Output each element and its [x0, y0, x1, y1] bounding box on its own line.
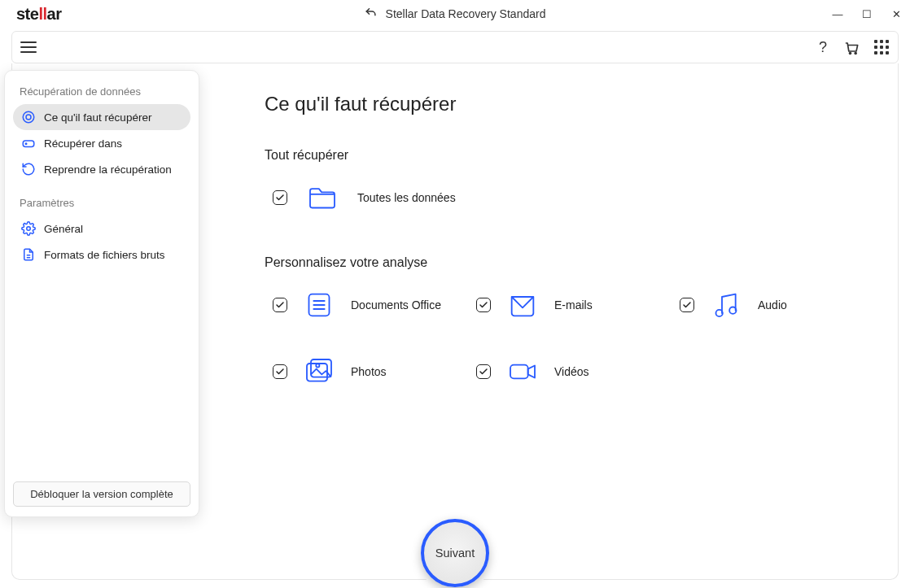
option-label: Audio — [758, 298, 787, 311]
music-icon — [709, 288, 743, 322]
sidebar-item-label: Récupérer dans — [44, 137, 122, 150]
checkbox-videos[interactable] — [476, 364, 491, 379]
sidebar-item-label: Ce qu'il faut récupérer — [44, 111, 151, 124]
window-title: Stellar Data Recovery Standard — [386, 7, 546, 20]
svg-rect-18 — [510, 365, 528, 379]
sidebar-item-raw-formats[interactable]: Formats de fichiers bruts — [13, 242, 190, 268]
folder-icon — [305, 181, 339, 215]
app-logo: stellar — [16, 5, 61, 24]
sidebar-item-label: Formats de fichiers bruts — [44, 249, 165, 261]
sidebar-section-settings: Paramètres — [13, 194, 190, 216]
sidebar-item-resume-recovery[interactable]: Reprendre la récupération — [13, 156, 190, 182]
option-all-data-label: Toutes les données — [357, 191, 456, 204]
checkbox-photos[interactable] — [273, 364, 287, 379]
svg-point-6 — [27, 227, 31, 231]
file-icon — [21, 247, 36, 262]
svg-point-3 — [26, 115, 31, 120]
sidebar-item-label: Général — [44, 223, 83, 235]
option-videos: Vidéos — [476, 355, 680, 389]
sidebar-item-recover-from[interactable]: Récupérer dans — [13, 130, 190, 156]
video-icon — [505, 355, 540, 389]
apps-icon[interactable] — [873, 39, 890, 55]
close-button[interactable]: ✕ — [890, 8, 902, 20]
sidebar-item-general[interactable]: Général — [13, 216, 190, 242]
document-icon — [302, 288, 336, 322]
sidebar-item-label: Reprendre la récupération — [44, 163, 172, 176]
toolbar: ? — [11, 31, 899, 63]
option-label: Documents Office — [351, 298, 441, 311]
photo-icon — [302, 355, 336, 389]
svg-point-17 — [316, 364, 319, 367]
checkbox-emails[interactable] — [476, 298, 491, 312]
svg-point-2 — [23, 111, 34, 123]
title-bar: stellar Stellar Data Recovery Standard —… — [0, 0, 910, 28]
svg-point-1 — [855, 53, 856, 54]
option-documents: Documents Office — [273, 288, 476, 322]
sidebar-item-what-to-recover[interactable]: Ce qu'il faut récupérer — [13, 104, 190, 130]
sidebar-section-recovery: Récupération de données — [13, 82, 190, 104]
mail-icon — [505, 288, 540, 322]
window-title-wrap: Stellar Data Recovery Standard — [365, 7, 546, 22]
option-label: Photos — [351, 365, 387, 378]
option-label: E-mails — [554, 298, 593, 311]
minimize-button[interactable]: — — [832, 8, 843, 20]
option-audio: Audio — [680, 288, 883, 322]
page-title: Ce qu'il faut récupérer — [265, 93, 898, 115]
next-button[interactable]: Suivant — [421, 519, 489, 587]
gear-icon — [21, 221, 36, 236]
target-icon — [21, 110, 36, 124]
drive-icon — [21, 136, 36, 150]
svg-point-0 — [850, 53, 851, 54]
window-controls: — ☐ ✕ — [832, 8, 902, 20]
undo-icon[interactable] — [365, 7, 378, 22]
option-label: Vidéos — [554, 365, 589, 378]
menu-icon[interactable] — [20, 41, 37, 53]
cart-icon[interactable] — [844, 39, 860, 55]
option-emails: E-mails — [476, 288, 680, 322]
section-all-heading: Tout récupérer — [265, 148, 898, 163]
option-photos: Photos — [273, 355, 476, 389]
maximize-button[interactable]: ☐ — [861, 8, 873, 20]
unlock-full-version-button[interactable]: Débloquer la version complète — [13, 481, 190, 507]
refresh-icon — [21, 162, 36, 176]
checkbox-documents[interactable] — [273, 298, 287, 312]
svg-rect-4 — [23, 141, 34, 147]
checkbox-audio[interactable] — [680, 298, 694, 312]
section-custom-heading: Personnalisez votre analyse — [265, 255, 898, 270]
help-icon[interactable]: ? — [815, 39, 831, 55]
checkbox-all-data[interactable] — [273, 190, 287, 205]
main-panel: Récupération de données Ce qu'il faut ré… — [11, 63, 899, 580]
svg-point-5 — [25, 143, 27, 145]
sidebar-panel: Récupération de données Ce qu'il faut ré… — [4, 70, 199, 517]
